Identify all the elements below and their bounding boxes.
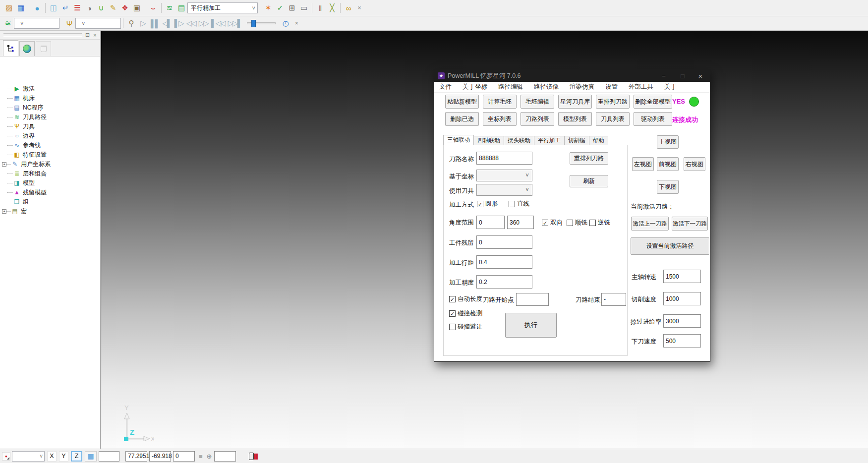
model-list-button[interactable]: 模型列表 xyxy=(558,112,592,126)
strategy-list-icon[interactable]: ▤ xyxy=(175,2,187,14)
strategy-combobox[interactable]: 平行精加工 ˅ xyxy=(187,2,258,13)
expand-icon[interactable]: + xyxy=(2,162,6,167)
tab-cutting-saw[interactable]: 切割锯 xyxy=(565,136,589,145)
use-tool-select[interactable]: ˅ xyxy=(476,184,532,196)
measure-icon[interactable]: ▭ xyxy=(298,2,310,14)
collision-check-checkbox[interactable]: ✓碰撞检测 xyxy=(449,309,482,318)
rearrange-button[interactable]: 重排列刀路 xyxy=(570,152,608,165)
cross-arrows-icon[interactable]: ╳ xyxy=(326,2,338,14)
tools-icon[interactable]: Ψ xyxy=(63,17,75,29)
coord-y-field[interactable]: -69.918 xyxy=(149,451,171,462)
minimize-button[interactable]: − xyxy=(656,70,671,82)
tree-item-feature-sets[interactable]: ◧特征设置 xyxy=(0,150,47,159)
dialog-titlebar[interactable]: ★ PowerMILL 忆梦星河 7.0.6 − □ × xyxy=(434,70,710,82)
go-to-end-icon[interactable]: ▷▷▌ xyxy=(226,17,243,29)
toolpath-list-button[interactable]: 刀路列表 xyxy=(521,112,554,126)
auto-length-checkbox[interactable]: ✓自动长度 xyxy=(449,295,482,303)
climb-mill-checkbox[interactable]: 顺铣 xyxy=(567,219,587,227)
menu-render-sim[interactable]: 渲染仿真 xyxy=(570,83,594,91)
start-point-input[interactable] xyxy=(516,293,549,306)
close-sim-toolbar-icon[interactable]: × xyxy=(291,17,301,29)
tree-item-nc-programs[interactable]: ▤NC程序 xyxy=(0,103,43,112)
toolpath-combobox[interactable]: ˅ xyxy=(14,18,59,29)
activate-prev-toolpath-button[interactable]: 激活上一刀路 xyxy=(631,217,669,231)
end-point-input[interactable] xyxy=(601,293,626,306)
plunge-feed-input[interactable] xyxy=(663,334,701,347)
tab-3axis[interactable]: 三轴联动 xyxy=(443,135,474,145)
slider-handle[interactable] xyxy=(251,20,256,27)
tab-4axis[interactable]: 四轴联动 xyxy=(474,136,504,145)
rearrange-toolpaths-button[interactable]: 重排列刀路 xyxy=(596,95,630,109)
tool-arc-icon[interactable]: ⌣ xyxy=(147,2,159,14)
top-view-button[interactable]: 上视图 xyxy=(657,135,679,149)
rewind-icon[interactable]: ◁◁ xyxy=(185,17,197,29)
curve-editor-icon[interactable]: ✎ xyxy=(107,2,119,14)
tree-item-workplanes[interactable]: +✎用户坐标系 xyxy=(0,160,51,169)
drive-list-button[interactable]: 驱动列表 xyxy=(634,112,672,126)
toolpath-verify-icon[interactable]: ✓ xyxy=(274,2,286,14)
tree-item-machine-tool[interactable]: ▦机床 xyxy=(0,94,35,103)
tolerance-input[interactable] xyxy=(476,275,532,289)
blank-field-2[interactable] xyxy=(214,451,236,462)
tree-item-toolpaths[interactable]: ≋刀具路径 xyxy=(0,113,47,121)
tool-combobox[interactable]: ˅ xyxy=(75,18,121,29)
coord-list-button[interactable]: 坐标列表 xyxy=(483,112,517,126)
document-pause-icon[interactable]: ▌▌ xyxy=(249,453,258,460)
tool-icon[interactable]: ◑ xyxy=(83,2,95,14)
coord-x-field[interactable]: 77.2951 xyxy=(125,451,147,462)
line-checkbox[interactable]: 直线 xyxy=(509,200,529,208)
close-toolbar-icon[interactable]: × xyxy=(354,2,364,14)
tab-explorer-tree[interactable] xyxy=(3,40,18,56)
tree-item-activate[interactable]: ▶激活 xyxy=(0,84,35,93)
step-back-icon[interactable]: ◁▌ xyxy=(161,17,173,29)
close-button[interactable]: × xyxy=(693,70,708,82)
stock-remain-input[interactable] xyxy=(476,235,532,249)
shaded-view-icon[interactable]: ● xyxy=(31,2,43,14)
set-active-path-button[interactable]: 设置当前激活路径 xyxy=(631,237,709,255)
stepover-input[interactable] xyxy=(476,255,532,269)
search-model-icon[interactable]: ∞ xyxy=(343,2,354,14)
menu-file[interactable]: 文件 xyxy=(439,83,452,91)
activate-next-toolpath-button[interactable]: 激活下一刀路 xyxy=(672,217,708,231)
tree-item-reference-lines[interactable]: ∿参考线 xyxy=(0,141,41,150)
tab-swivel-head[interactable]: 摆头联动 xyxy=(504,136,534,145)
delete-selected-button[interactable]: 删除已选 xyxy=(445,112,479,126)
maximize-button[interactable]: □ xyxy=(675,70,690,82)
paste-new-model-button[interactable]: 粘贴新模型 xyxy=(445,95,479,109)
axis-y-button[interactable]: Y xyxy=(59,451,68,462)
refresh-button[interactable]: 刷新 xyxy=(570,175,608,187)
toolpath-icon[interactable]: ≋ xyxy=(2,17,14,29)
rapid-feed-input[interactable] xyxy=(663,314,701,328)
pause-icon[interactable]: ▌▌ xyxy=(149,17,161,29)
calculator-icon[interactable]: ⊞ xyxy=(286,2,298,14)
simulation-light-icon[interactable]: ⚲ xyxy=(125,17,137,29)
menu-path-edit[interactable]: 路径编辑 xyxy=(498,83,523,91)
front-view-button[interactable]: 前视图 xyxy=(657,157,679,171)
play-icon[interactable]: ▷ xyxy=(137,17,149,29)
left-view-button[interactable]: 左视图 xyxy=(632,157,654,171)
tree-item-models[interactable]: ◨模型 xyxy=(0,178,35,187)
coord-z-field[interactable]: 0 xyxy=(173,451,195,462)
block-edit-button[interactable]: 毛坯编辑 xyxy=(521,95,554,109)
go-to-start-icon[interactable]: ▌◁◁ xyxy=(210,17,227,29)
simulation-speed-slider[interactable] xyxy=(247,22,276,24)
execute-button[interactable]: 执行 xyxy=(505,313,557,338)
grid-snap-icon[interactable]: ▦ xyxy=(85,451,97,462)
tab-parallel[interactable]: 平行加工 xyxy=(534,136,565,145)
tree-item-boundaries[interactable]: ○边界 xyxy=(0,131,35,140)
collision-avoid-checkbox[interactable]: 碰撞避让 xyxy=(449,323,482,331)
menu-path-mirror[interactable]: 路径镜像 xyxy=(534,83,559,91)
toolpath-name-input[interactable] xyxy=(476,152,532,165)
tool-pair-icon[interactable]: ǁ xyxy=(314,2,326,14)
close-panel-icon[interactable]: × xyxy=(91,32,99,39)
tool-library-button[interactable]: 星河刀具库 xyxy=(558,95,592,109)
menu-about[interactable]: 关于 xyxy=(664,83,677,91)
step-forward-icon[interactable]: ▌▷ xyxy=(173,17,184,29)
spindle-speed-input[interactable] xyxy=(663,270,701,283)
tree-item-groups[interactable]: ❒组 xyxy=(0,197,29,206)
menu-external-tools[interactable]: 外部工具 xyxy=(629,83,653,91)
panel-grip[interactable] xyxy=(3,33,82,37)
cutting-feed-input[interactable] xyxy=(663,292,701,305)
bidirectional-checkbox[interactable]: ✓双向 xyxy=(542,219,563,227)
toolpath-strategies-icon[interactable]: ≋ xyxy=(164,2,175,14)
